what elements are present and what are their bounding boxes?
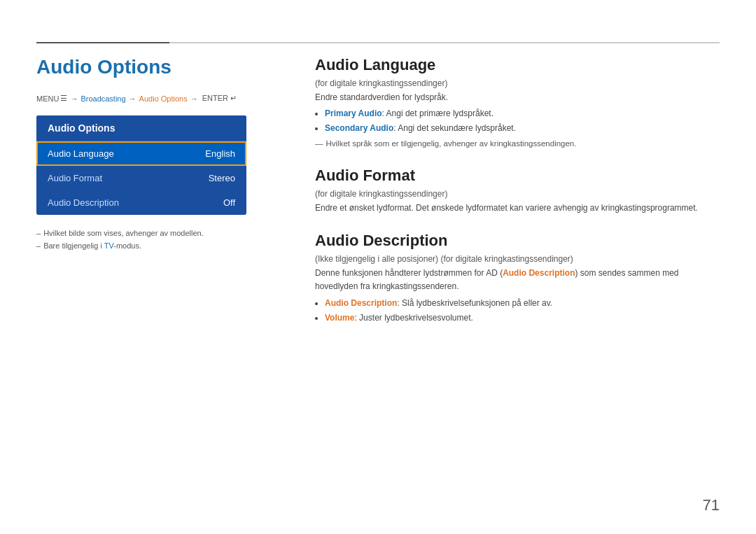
bullet-list-description: Audio Description: Slå lydbeskrivelsefun…	[325, 297, 720, 325]
menu-box-title: Audio Options	[36, 115, 246, 141]
footnote-dash: –	[36, 229, 41, 237]
bullet-volume: Volume: Juster lydbeskrivelsesvolumet.	[325, 311, 720, 325]
section-body-audio-format: Endre et ønsket lydformat. Det ønskede l…	[315, 202, 720, 215]
breadcrumb-arrow1: →	[70, 94, 78, 103]
breadcrumb-arrow3: →	[190, 94, 198, 103]
section-audio-format: Audio Format (for digitale kringkastings…	[315, 167, 720, 215]
tv-link[interactable]: TV	[104, 241, 113, 250]
breadcrumb-broadcasting[interactable]: Broadcasting	[80, 94, 125, 103]
menu-item-value: Off	[223, 197, 235, 208]
section-audio-description: Audio Description (Ikke tilgjengelig i a…	[315, 232, 720, 325]
footnote-dash: –	[36, 241, 41, 250]
menu-item-value: English	[205, 148, 235, 159]
bullet-list: Primary Audio: Angi det primære lydspråk…	[325, 107, 720, 135]
page-number: 71	[703, 496, 720, 514]
breadcrumb-arrow2: →	[129, 94, 136, 103]
menu-item-label: Audio Format	[48, 173, 102, 183]
footnote-text: Hvilket bilde som vises, avhenger av mod…	[43, 229, 204, 237]
menu-item-audio-description[interactable]: Audio Description Off	[36, 190, 246, 215]
section-subtitle-audio-format: (for digitale kringkastingssendinger)	[315, 189, 720, 199]
section-subtitle-audio-language: (for digitale kringkastingssendinger)	[315, 78, 720, 88]
body-text: Denne funksjonen håndterer lydstrømmen f…	[315, 267, 720, 293]
breadcrumb-menu-symbol: ☰	[60, 94, 67, 103]
audio-options-menu: Audio Options Audio Language English Aud…	[36, 115, 246, 215]
left-panel: Audio Options MENU ☰ → Broadcasting → Au…	[36, 56, 288, 254]
highlight-audio-description: Audio Description	[325, 298, 397, 308]
right-panel: Audio Language (for digitale kringkastin…	[315, 56, 720, 342]
breadcrumb-audio-options[interactable]: Audio Options	[139, 94, 188, 103]
note-line: ― Hvilket språk som er tilgjengelig, avh…	[315, 137, 720, 150]
section-body-audio-description: Denne funksjonen håndterer lydstrømmen f…	[315, 267, 720, 325]
highlight-volume: Volume	[325, 313, 354, 323]
page-title: Audio Options	[36, 56, 288, 78]
body-text: Endre et ønsket lydformat. Det ønskede l…	[315, 202, 720, 215]
section-subtitle-audio-description: (Ikke tilgjengelig i alle posisjoner) (f…	[315, 254, 720, 264]
menu-item-audio-language[interactable]: Audio Language English	[36, 141, 246, 166]
breadcrumb: MENU ☰ → Broadcasting → Audio Options → …	[36, 94, 288, 103]
highlight-primary-audio: Primary Audio	[325, 108, 382, 118]
body-text: Endre standardverdien for lydspråk.	[315, 91, 720, 104]
section-body-audio-language: Endre standardverdien for lydspråk. Prim…	[315, 91, 720, 150]
breadcrumb-menu: MENU	[36, 94, 59, 103]
highlight-secondary-audio: Secondary Audio	[325, 123, 393, 133]
footnotes: – Hvilket bilde som vises, avhenger av m…	[36, 229, 288, 250]
note-text: Hvilket språk som er tilgjengelig, avhen…	[326, 137, 577, 150]
section-title-audio-description: Audio Description	[315, 232, 720, 250]
note-dash: ―	[315, 137, 323, 150]
section-title-audio-language: Audio Language	[315, 56, 720, 74]
bullet-primary-audio: Primary Audio: Angi det primære lydspråk…	[325, 107, 720, 120]
menu-item-audio-format[interactable]: Audio Format Stereo	[36, 166, 246, 190]
footnote-text: Bare tilgjengelig i TV-modus.	[43, 241, 141, 250]
footnote-1: – Hvilket bilde som vises, avhenger av m…	[36, 229, 288, 237]
section-audio-language: Audio Language (for digitale kringkastin…	[315, 56, 720, 150]
section-title-audio-format: Audio Format	[315, 167, 720, 185]
highlight-audio-description-inline: Audio Description	[503, 268, 575, 278]
bullet-secondary-audio: Secondary Audio: Angi det sekundære lyds…	[325, 122, 720, 135]
top-line-accent	[36, 42, 169, 43]
menu-item-value: Stereo	[209, 173, 235, 183]
bullet-audio-description: Audio Description: Slå lydbeskrivelsefun…	[325, 297, 720, 310]
footnote-2: – Bare tilgjengelig i TV-modus.	[36, 241, 288, 250]
menu-item-label: Audio Description	[48, 197, 119, 208]
breadcrumb-enter: ENTER ↵	[202, 94, 237, 103]
menu-item-label: Audio Language	[48, 148, 114, 159]
